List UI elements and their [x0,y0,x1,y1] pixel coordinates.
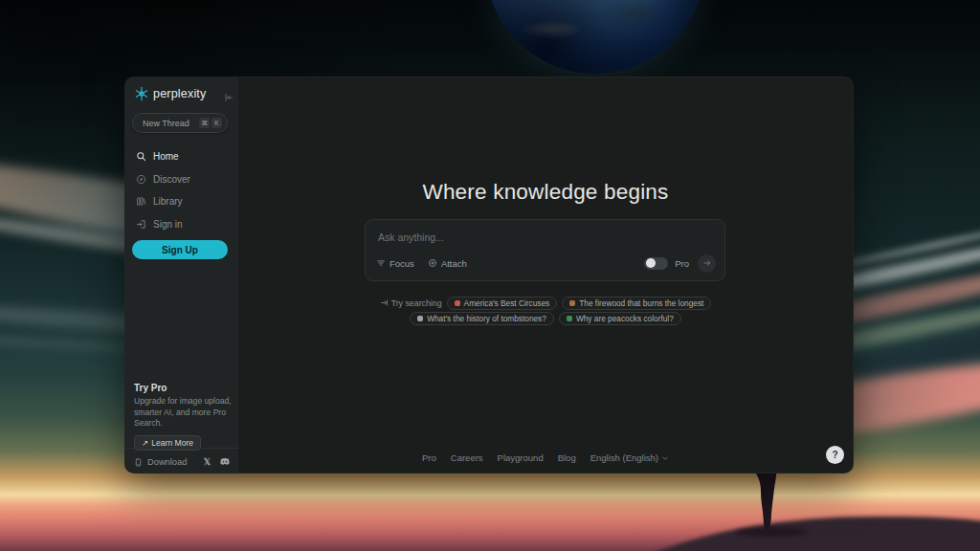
search-box: Focus Attach Pro [365,219,725,281]
arrow-up-right-icon: ↗ [142,438,148,448]
footer-link-blog[interactable]: Blog [558,452,576,463]
footer-link-pro[interactable]: Pro [422,452,436,463]
page-title: Where knowledge begins [238,180,853,205]
search-icon [136,151,146,162]
suggestion-chip[interactable]: America's Best Circuses [447,297,558,310]
sidebar-nav: Home Discover Library [125,145,238,235]
footer-link-playground[interactable]: Playground [498,452,544,463]
arrow-curve-icon [380,298,389,307]
sidebar-item-discover[interactable]: Discover [125,168,238,191]
suggestion-chip[interactable]: What's the history of tombstones? [410,312,554,325]
submit-button[interactable] [698,254,716,273]
tombstone-emoji [417,316,423,321]
discord-icon[interactable] [219,457,231,467]
firewood-emoji [569,300,575,306]
x-twitter-icon[interactable]: 𝕏 [204,457,211,467]
try-pro-panel: Try Pro Upgrade for image upload, smarte… [134,383,232,451]
focus-label: Focus [390,258,414,269]
search-toolbar: Focus Attach Pro [376,253,716,273]
ask-anything-input[interactable] [378,230,703,245]
logo[interactable]: perplexity [134,86,207,101]
suggestions: Try searching America's Best Circuses Th… [238,296,853,325]
perplexity-logo-icon [134,86,149,101]
attach-button[interactable]: Attach [428,258,467,269]
mobile-icon [134,457,143,468]
focus-button[interactable]: Focus [376,258,414,269]
sidebar-item-label: Discover [153,174,190,185]
chip-label: What's the history of tombstones? [427,314,546,323]
chip-label: America's Best Circuses [464,298,550,308]
sidebar-item-library[interactable]: Library [125,190,238,213]
library-icon [136,196,146,207]
try-pro-title: Try Pro [134,383,232,393]
try-pro-description: Upgrade for image upload, smarter AI, an… [134,396,232,430]
sidebar-divider [125,448,238,449]
language-selector[interactable]: English (English) [590,452,669,463]
perplexity-window: perplexity New Thread ⌘ K Home [124,77,854,474]
circus-emoji [455,300,460,306]
compass-icon [136,174,146,185]
sign-in-icon [136,219,146,230]
k-keycap: K [212,118,222,128]
arrow-right-icon [702,258,712,268]
social-icons: 𝕏 [204,457,231,467]
sidebar: perplexity New Thread ⌘ K Home [125,77,238,473]
footer-link-careers[interactable]: Careers [451,452,483,463]
main-area: Where knowledge begins Focus Attach [238,77,853,473]
pro-toggle-label: Pro [675,258,689,269]
sidebar-item-label: Library [153,196,183,207]
download-row: Download 𝕏 [134,454,231,470]
attach-icon [428,258,437,268]
new-thread-label: New Thread [143,119,197,128]
logo-text: perplexity [153,87,207,100]
sign-up-button[interactable]: Sign Up [132,240,228,259]
attach-label: Attach [441,258,467,269]
learn-more-label: Learn More [151,438,193,448]
sidebar-item-label: Sign in [153,219,183,230]
help-button[interactable]: ? [826,446,844,464]
collapse-sidebar-icon[interactable] [224,89,234,106]
focus-icon [376,258,386,268]
cmd-keycap: ⌘ [199,118,210,128]
sidebar-item-sign-in[interactable]: Sign in [125,213,238,236]
peacock-emoji [567,316,572,321]
sidebar-item-label: Home [153,151,179,162]
suggestion-row: What's the history of tombstones? Why ar… [410,311,681,325]
chevron-down-icon [661,454,669,462]
suggestion-chip[interactable]: Why are peacocks colorful? [559,312,681,325]
toggle-knob [646,258,656,268]
sidebar-item-home[interactable]: Home [125,145,238,168]
try-searching-label: Try searching [380,298,442,308]
pro-toggle[interactable] [644,257,668,270]
chip-label: The firewood that burns the longest [579,298,703,308]
suggestion-row: Try searching America's Best Circuses Th… [380,296,712,310]
footer: Pro Careers Playground Blog English (Eng… [238,452,853,463]
screen: perplexity New Thread ⌘ K Home [0,0,980,551]
new-thread-button[interactable]: New Thread ⌘ K [132,113,228,133]
chip-label: Why are peacocks colorful? [576,314,674,323]
download-link[interactable]: Download [147,457,204,467]
suggestion-chip[interactable]: The firewood that burns the longest [562,297,711,310]
